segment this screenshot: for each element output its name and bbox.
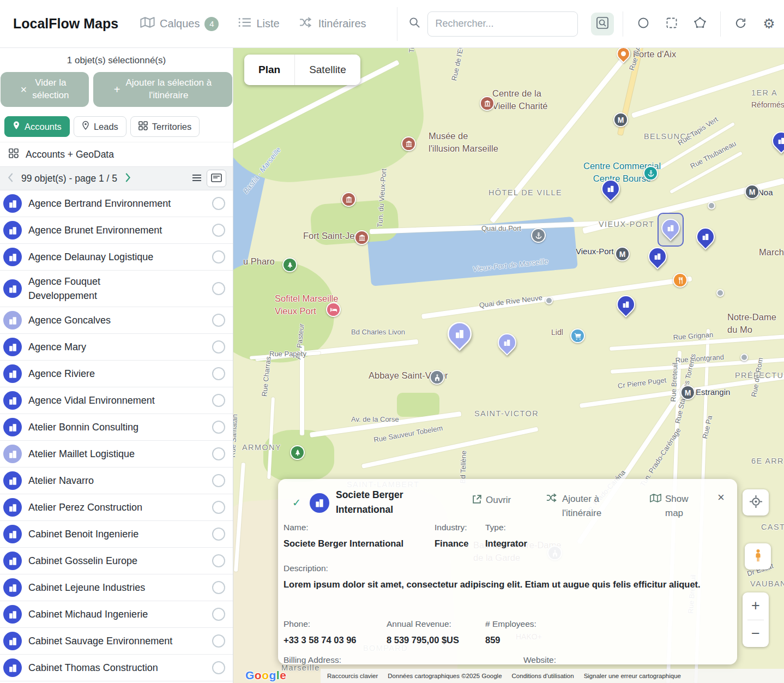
list-view-toggle[interactable] (187, 170, 207, 187)
prev-page-button[interactable] (7, 172, 15, 185)
tab-leads[interactable]: Leads (74, 116, 126, 137)
select-radio[interactable] (212, 197, 225, 210)
polygon-select-icon (693, 16, 707, 31)
select-radio[interactable] (212, 224, 225, 237)
select-radio[interactable] (212, 634, 225, 648)
list-item[interactable]: Agence Bertrand Environnement (0, 190, 233, 217)
list-item[interactable]: Agence Riviere (0, 361, 233, 387)
google-logo-letter: G (245, 669, 255, 681)
list-item[interactable]: Agence Goncalves (0, 307, 233, 334)
select-radio[interactable] (212, 501, 225, 514)
show-map-button[interactable]: Show map (650, 492, 691, 520)
select-radio[interactable] (212, 528, 225, 541)
select-radio[interactable] (212, 367, 225, 380)
list-item[interactable]: Cabinet Gosselin Europe (0, 548, 233, 574)
select-radio[interactable] (212, 282, 225, 295)
field-type: Type: Integrator (485, 523, 527, 551)
map-type-satellite[interactable]: Satellite (294, 55, 360, 85)
zoom-in-button[interactable]: + (743, 592, 769, 620)
list-item[interactable]: Cabinet Lejeune Industries (0, 574, 233, 601)
select-radio[interactable] (212, 340, 225, 354)
list-item[interactable]: Cabinet Michaud Ingenierie (0, 601, 233, 628)
select-radio[interactable] (212, 608, 225, 621)
pegman-button[interactable] (745, 543, 771, 570)
select-radio[interactable] (212, 661, 225, 674)
refresh-icon (734, 17, 747, 31)
search-icon (408, 16, 421, 31)
card-view-toggle[interactable] (207, 170, 226, 187)
select-radio[interactable] (212, 581, 225, 594)
account-pin[interactable] (443, 317, 477, 351)
account-avatar (310, 493, 329, 513)
map-canvas[interactable]: Porte d'AixCentre de la Vieille CharitéM… (233, 48, 784, 683)
select-radio[interactable] (212, 554, 225, 567)
clear-selection-button[interactable]: × Vider la sélection (1, 72, 89, 107)
polygon-select-button[interactable] (689, 13, 711, 35)
add-to-route-button[interactable]: Ajouter à l'itinéraire (546, 492, 614, 520)
list-item[interactable]: Cabinet Sauvage Environnement (0, 628, 233, 655)
layers-map-icon (140, 16, 155, 31)
rectangle-select-button[interactable] (660, 13, 683, 35)
accounts-geodata-button[interactable]: Accounts + GeoData (0, 142, 233, 167)
refresh-button[interactable] (729, 13, 752, 35)
select-radio[interactable] (212, 421, 225, 434)
list-item[interactable]: Agence Brunet Environnement (0, 217, 233, 244)
circle-select-button[interactable] (632, 13, 655, 35)
account-pin[interactable] (768, 128, 784, 154)
nav-calques[interactable]: Calques 4 (140, 16, 219, 31)
building-icon (3, 338, 22, 356)
nav-liste[interactable]: Liste (238, 17, 279, 31)
attribution-link[interactable]: Signaler une erreur cartographique (584, 673, 681, 679)
header-divider (397, 7, 397, 41)
building-icon (3, 248, 22, 266)
attribution-link[interactable]: Conditions d'utilisation (512, 673, 574, 679)
map-type-plan[interactable]: Plan (244, 55, 294, 85)
list-item[interactable]: Atelier Bonnin Consulting (0, 414, 233, 441)
open-account-button[interactable]: Ouvrir (472, 493, 532, 509)
next-page-button[interactable] (124, 172, 132, 185)
select-radio[interactable] (212, 394, 225, 407)
my-location-button[interactable] (743, 489, 769, 516)
list-item[interactable]: Atelier Navarro (0, 468, 233, 494)
account-pin[interactable] (644, 243, 671, 269)
info-card-title: Societe Berger International (336, 488, 426, 517)
list-item[interactable]: Agence Vidal Environnement (0, 387, 233, 414)
attribution-link[interactable]: Données cartographiques ©2025 Google (388, 673, 502, 679)
account-name: Agence Mary (28, 340, 206, 354)
tab-territories[interactable]: Territories (130, 116, 200, 137)
zoom-out-button[interactable]: − (743, 620, 769, 647)
tab-accounts[interactable]: Accounts (4, 116, 70, 137)
select-radio[interactable] (212, 447, 225, 460)
list-item[interactable]: Agence Delaunay Logistique (0, 244, 233, 271)
list-item[interactable]: Cabinet Thomas Construction (0, 655, 233, 681)
list-item[interactable]: Atelier Maillet Logistique (0, 441, 233, 468)
nav-liste-label: Liste (256, 17, 279, 30)
account-name: Agence Riviere (28, 367, 206, 381)
tools-divider-2 (720, 11, 721, 37)
list-item[interactable]: Agence Fouquet Developpement (0, 271, 233, 307)
add-selection-to-route-button[interactable]: + Ajouter la sélection à l'itinéraire (93, 72, 232, 107)
account-pin[interactable] (613, 291, 639, 317)
list-item[interactable]: Agence Mary (0, 334, 233, 361)
account-pin[interactable] (494, 329, 520, 356)
zoom-to-selection-button[interactable] (591, 13, 614, 35)
close-icon: × (21, 83, 27, 96)
account-name: Agence Goncalves (28, 313, 206, 327)
settings-button[interactable]: ⚙ (758, 13, 781, 35)
close-card-button[interactable]: × (714, 491, 728, 504)
account-pin[interactable] (598, 176, 624, 202)
account-pin[interactable] (692, 224, 719, 250)
attribution-link[interactable]: Raccourcis clavier (327, 673, 378, 679)
search-input[interactable] (427, 11, 578, 37)
zoom-area-icon (596, 16, 609, 31)
building-icon (3, 552, 22, 570)
field-billing: Billing Address: (284, 655, 341, 669)
list-item[interactable]: Cabinet Benoit Ingenierie (0, 521, 233, 548)
select-radio[interactable] (212, 250, 225, 263)
zoom-control: + − (743, 592, 769, 647)
top-header: LocalFlow Maps Calques 4 Liste Itinérair… (0, 0, 784, 48)
select-radio[interactable] (212, 474, 225, 487)
nav-itineraires[interactable]: Itinéraires (299, 17, 366, 31)
list-item[interactable]: Atelier Perez Construction (0, 494, 233, 521)
select-radio[interactable] (212, 314, 225, 327)
